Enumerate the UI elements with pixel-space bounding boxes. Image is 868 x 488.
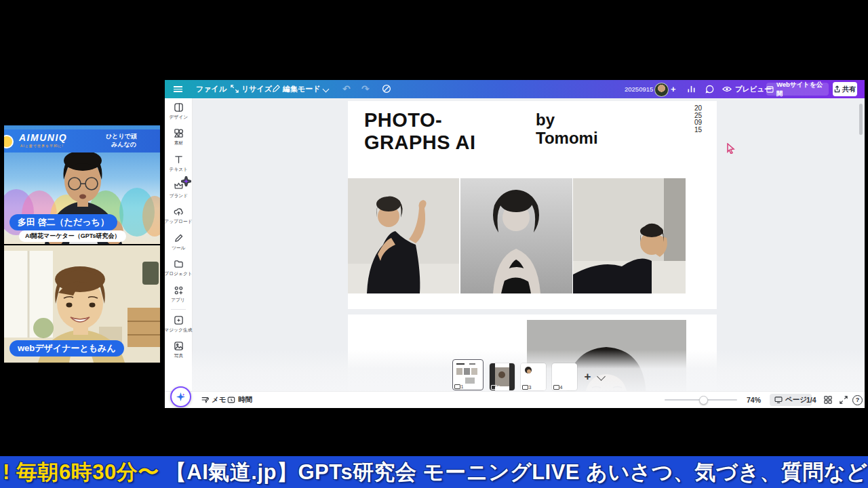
sidebar-item-magic-generate[interactable]: マジック生成 <box>165 311 192 338</box>
portrait-photo-2-image <box>460 178 572 293</box>
page-indicator: 1/4 <box>806 392 816 408</box>
invite-plus-icon[interactable]: + <box>671 80 676 98</box>
add-page-button[interactable]: + <box>583 363 593 390</box>
filmstrip-chevron-icon[interactable] <box>597 372 606 381</box>
sidebar-item-uploads[interactable]: アップロード <box>165 203 192 229</box>
sidebar-item-text[interactable]: テキスト <box>165 150 192 177</box>
notes-icon <box>201 396 209 404</box>
aimuniq-tagline: AIと愛で世界を平和に! <box>20 144 64 148</box>
sidebar-item-apps[interactable]: アプリ <box>165 281 192 308</box>
ticker-highlight-text: ! 毎朝6時30分〜 <box>3 460 159 484</box>
canva-assistant-button[interactable] <box>170 386 191 407</box>
undo-icon[interactable]: ↶ <box>342 80 351 98</box>
edit-mode-dropdown[interactable]: 編集モード <box>283 80 321 98</box>
zoom-level: 74% <box>747 392 761 408</box>
design-page-1[interactable]: PHOTO- GRAPHS AI by Tomomi 20 25 09 15 <box>348 101 717 309</box>
tools-pencil-icon <box>174 233 184 243</box>
duration-button[interactable]: 時間 <box>227 392 252 408</box>
sidebar-divider <box>171 309 186 310</box>
page-title[interactable]: PHOTO- GRAPHS AI <box>364 109 476 154</box>
editor-sidebar: デザイン 素材 テキスト ブランド アップロード ツール プロジェクト <box>165 98 193 392</box>
zoom-slider-thumb[interactable] <box>699 396 708 405</box>
ticker-line: ! 毎朝6時30分〜 【AI氣道.jp】GPTs研究会 モーニングLIVE あい… <box>0 456 868 488</box>
share-button[interactable]: 共有 <box>833 82 857 96</box>
page-thumbnail-3[interactable]: 3 <box>521 363 546 390</box>
role-tag-tadacchi: AI開花マーケター（GPTs研究会） <box>19 230 126 242</box>
assistant-sparkle-icon <box>176 392 185 401</box>
page-thumbnail-2[interactable]: 2 <box>490 363 515 390</box>
page-thumbnail-4-label: 4 <box>553 385 563 390</box>
canvas-workspace[interactable]: PHOTO- GRAPHS AI by Tomomi 20 25 09 15 <box>192 98 865 392</box>
duration-icon <box>227 396 235 404</box>
sidebar-item-photos[interactable]: 写真 <box>165 337 192 363</box>
webcam-feed-tomomin: webデザイナーともみん <box>4 245 160 363</box>
preview-eye-icon <box>722 85 732 93</box>
document-title[interactable]: 20250915 <box>625 80 653 98</box>
portrait-photo-1-image <box>348 178 459 293</box>
edit-pencil-icon <box>272 85 280 93</box>
avatar[interactable] <box>654 83 669 97</box>
resize-button[interactable]: リサイズ <box>241 80 272 98</box>
canva-editor-window: ファイル リサイズ 編集モード ↶ ↷ 20250915 + プ <box>165 80 865 408</box>
name-tag-tomomin: webデザイナーともみん <box>9 340 124 357</box>
page-icon <box>522 385 528 390</box>
aimuniq-banner: AIMUNIQ AIと愛で世界を平和に! ひとりで頑 みんなの <box>4 129 160 152</box>
name-tag-tadacchi: 多田 啓二（ただっち） <box>9 214 117 230</box>
website-icon <box>766 86 774 93</box>
sidebar-item-brand[interactable]: ブランド <box>165 177 192 203</box>
editor-toolbar: ファイル リサイズ 編集モード ↶ ↷ 20250915 + プ <box>165 80 865 98</box>
page-icon <box>553 385 559 390</box>
text-icon <box>174 155 184 165</box>
resize-icon[interactable] <box>231 85 239 93</box>
page-thumbnail-1-label: 1 <box>454 384 464 389</box>
portrait-photo-2[interactable] <box>460 178 572 293</box>
page-filmstrip: 1 2 3 4 + <box>192 359 865 390</box>
page-thumbnail-1[interactable]: 1 <box>452 359 484 390</box>
help-icon[interactable]: ? <box>852 395 863 405</box>
sidebar-item-design[interactable]: デザイン <box>165 98 192 125</box>
zoom-slider[interactable] <box>665 399 737 401</box>
clear-formatting-icon[interactable] <box>382 84 391 94</box>
remote-cursor <box>726 143 735 154</box>
publish-website-button[interactable]: Webサイトを公開 <box>766 83 829 96</box>
ticker-message-text: 【AI氣道.jp】GPTs研究会 モーニングLIVE あいさつ、気づき、質問など… <box>165 460 868 484</box>
apps-icon <box>174 285 184 296</box>
share-upload-icon <box>834 85 840 93</box>
page-thumbnail-2-label: 2 <box>491 385 500 390</box>
workspace-scrollbar[interactable] <box>859 104 863 135</box>
aimuniq-logo-mark <box>4 135 14 148</box>
analytics-icon[interactable] <box>687 85 696 94</box>
design-icon <box>174 102 184 113</box>
aimuniq-logo-text: AIMUNIQ <box>19 132 67 143</box>
portrait-photo-3-image <box>573 178 686 293</box>
sidebar-item-tools[interactable]: ツール <box>165 229 192 256</box>
folder-icon <box>174 259 184 269</box>
grid-view-icon[interactable] <box>824 396 832 404</box>
brand-sparkle-icon <box>181 176 191 186</box>
redo-icon[interactable]: ↷ <box>361 80 370 98</box>
page-thumbnail-3-label: 3 <box>522 385 532 390</box>
page-thumbnail-4[interactable]: 4 <box>552 363 577 390</box>
notes-button[interactable]: メモ <box>201 392 226 408</box>
editor-statusbar: メモ 時間 74% ページ 1/4 ? <box>165 391 865 408</box>
portrait-photo-1[interactable] <box>348 178 459 293</box>
page-icon <box>454 384 460 389</box>
page-icon <box>491 385 497 390</box>
page-view-icon <box>774 396 783 403</box>
fullscreen-icon[interactable] <box>840 396 848 404</box>
photos-icon <box>174 341 184 351</box>
upload-cloud-icon <box>174 207 184 217</box>
file-menu-button[interactable]: ファイル <box>196 80 226 98</box>
date-stamp[interactable]: 20 25 09 15 <box>694 105 702 134</box>
main-menu-icon[interactable] <box>174 86 182 92</box>
webcam-feed-tadacchi: AIMUNIQ AIと愛で世界を平和に! ひとりで頑 みんなの 多田 啓二（ただ… <box>4 125 160 244</box>
sidebar-item-elements[interactable]: 素材 <box>165 125 192 151</box>
byline-text[interactable]: by Tomomi <box>536 110 598 147</box>
aimuniq-banner-slogan: ひとりで頑 みんなの <box>106 132 159 148</box>
sidebar-item-projects[interactable]: プロジェクト <box>165 256 192 282</box>
live-ticker: ! 毎朝6時30分〜 【AI氣道.jp】GPTs研究会 モーニングLIVE あい… <box>0 456 868 488</box>
page-view-button[interactable]: ページ <box>770 394 812 406</box>
chevron-down-icon[interactable] <box>323 86 330 93</box>
comments-icon[interactable] <box>705 85 714 94</box>
portrait-photo-3[interactable] <box>573 178 686 293</box>
